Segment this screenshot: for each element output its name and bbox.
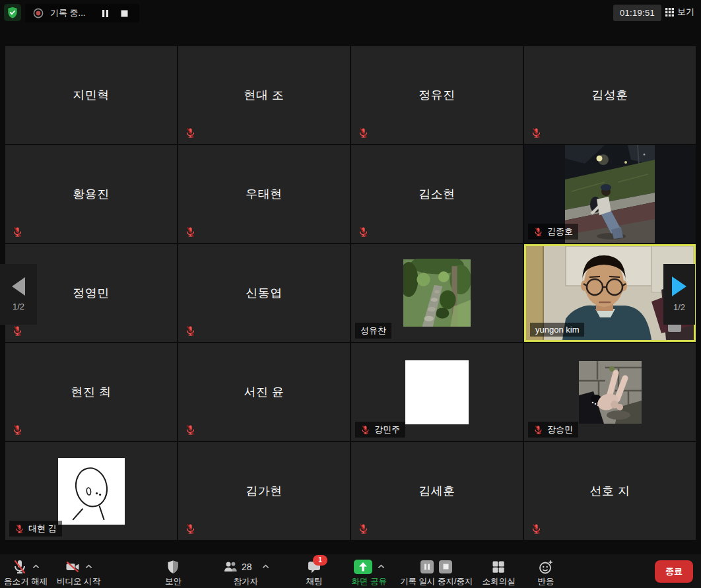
participant-tile[interactable]: 강민주 bbox=[351, 343, 523, 441]
muted-mic-icon bbox=[533, 425, 543, 435]
participant-nametag: 김종호 bbox=[528, 224, 578, 240]
unmute-button[interactable]: 음소거 해제 bbox=[4, 558, 48, 587]
participant-name: 신동엽 bbox=[178, 244, 350, 342]
muted-mic-icon bbox=[358, 523, 369, 535]
participant-tile[interactable]: 현대 조 bbox=[178, 46, 350, 144]
page-indicator: 1/2 bbox=[13, 302, 24, 311]
muted-mic-icon bbox=[185, 127, 196, 139]
security-button[interactable]: 보안 bbox=[165, 558, 182, 587]
meeting-timer: 01:19:51 bbox=[613, 5, 661, 21]
participant-nametag: 성유찬 bbox=[355, 323, 391, 339]
chevron-up-icon[interactable] bbox=[32, 564, 40, 569]
chevron-up-icon[interactable] bbox=[85, 564, 92, 569]
participant-tile[interactable]: 지민혁 bbox=[5, 46, 177, 144]
next-page-button[interactable]: 1/2 bbox=[663, 264, 695, 325]
reactions-label: 반응 bbox=[537, 576, 554, 587]
muted-mic-icon bbox=[12, 226, 23, 238]
grid-view-icon bbox=[665, 8, 674, 16]
participant-tile[interactable]: 정유진 bbox=[351, 46, 523, 144]
view-button-label: 보기 bbox=[677, 6, 694, 18]
meeting-info-shield-button[interactable] bbox=[4, 4, 21, 21]
end-meeting-button[interactable]: 종료 bbox=[655, 560, 693, 583]
muted-mic-icon bbox=[531, 127, 542, 139]
participant-tile[interactable]: 김세훈 bbox=[351, 442, 523, 540]
muted-mic-icon bbox=[12, 424, 23, 436]
muted-mic-icon bbox=[185, 523, 196, 535]
participant-avatar bbox=[405, 360, 469, 424]
participant-avatar bbox=[403, 259, 471, 327]
shield-icon bbox=[165, 559, 181, 575]
previous-page-button[interactable]: 1/2 bbox=[0, 264, 37, 325]
pause-icon bbox=[424, 564, 430, 570]
muted-mic-icon bbox=[533, 227, 543, 237]
muted-mic-icon bbox=[360, 425, 370, 435]
stop-recording-icon[interactable] bbox=[120, 9, 129, 18]
unmute-label: 음소거 해제 bbox=[4, 576, 48, 587]
pause-recording-icon[interactable] bbox=[101, 9, 110, 18]
participant-tile[interactable]: 신동엽 bbox=[178, 244, 350, 342]
muted-mic-icon bbox=[185, 325, 196, 337]
recording-dot-icon bbox=[33, 8, 44, 18]
recording-controls-label: 기록 일시 중지/중지 bbox=[400, 576, 473, 587]
participant-tile[interactable]: 김성훈 bbox=[524, 46, 696, 144]
next-arrow-icon bbox=[672, 277, 686, 296]
participant-tile[interactable]: 우태현 bbox=[178, 145, 350, 243]
participant-name: yungon kim bbox=[535, 325, 579, 335]
camera-off-icon bbox=[65, 559, 81, 575]
chat-button[interactable]: 1 채팅 bbox=[306, 558, 323, 587]
share-screen-icon bbox=[353, 559, 373, 575]
participant-name: 김성훈 bbox=[524, 46, 696, 144]
participant-tile[interactable]: 현진 최 bbox=[5, 343, 177, 441]
participant-tile[interactable]: 황용진 bbox=[5, 145, 177, 243]
participant-tile[interactable]: 김가현 bbox=[178, 442, 350, 540]
pause-recording-button[interactable] bbox=[420, 560, 434, 573]
participant-name: 현대 조 bbox=[178, 46, 350, 144]
recording-controls[interactable]: 기록 일시 중지/중지 bbox=[400, 558, 473, 587]
start-video-label: 비디오 시작 bbox=[57, 576, 100, 587]
video-grid: 지민혁 현대 조 정유진 김성훈 황용진 우태현 김소현 bbox=[5, 46, 696, 540]
recording-status-label: 기록 중... bbox=[50, 7, 85, 19]
participant-tile[interactable]: 김종호 bbox=[524, 145, 696, 243]
recording-indicator: 기록 중... bbox=[25, 4, 139, 22]
muted-mic-icon bbox=[185, 424, 196, 436]
reactions-button[interactable]: 반응 bbox=[537, 558, 554, 587]
meeting-toolbar: 음소거 해제 비디오 시작 보안 28 참가자 1 채팅 bbox=[0, 554, 701, 588]
page-indicator: 1/2 bbox=[673, 302, 685, 312]
security-label: 보안 bbox=[165, 576, 182, 587]
participant-name: 김종호 bbox=[547, 226, 573, 238]
stop-icon bbox=[443, 564, 449, 570]
participant-name: 강민주 bbox=[374, 424, 400, 436]
participant-name: 황용진 bbox=[5, 145, 177, 243]
start-video-button[interactable]: 비디오 시작 bbox=[57, 558, 100, 587]
share-screen-button[interactable]: 화면 공유 bbox=[352, 558, 387, 587]
participants-count: 28 bbox=[242, 562, 252, 572]
chevron-up-icon[interactable] bbox=[262, 564, 269, 569]
participant-tile[interactable]: 선호 지 bbox=[524, 442, 696, 540]
participant-tile[interactable]: 장승민 bbox=[524, 343, 696, 441]
participant-tile[interactable]: 대현 김 bbox=[5, 442, 177, 540]
participant-nametag: 강민주 bbox=[355, 422, 405, 438]
participant-tile[interactable]: 서진 윤 bbox=[178, 343, 350, 441]
participant-nametag: 대현 김 bbox=[9, 521, 62, 537]
participant-name: 정유진 bbox=[351, 46, 523, 144]
participant-tile[interactable]: 성유찬 bbox=[351, 244, 523, 342]
muted-mic-icon bbox=[15, 524, 24, 534]
top-bar: 기록 중... 01:19:51 보기 bbox=[0, 0, 701, 28]
participant-nametag: 장승민 bbox=[528, 422, 578, 438]
view-button[interactable]: 보기 bbox=[665, 6, 694, 18]
participants-button[interactable]: 28 참가자 bbox=[222, 558, 269, 587]
participant-nametag: yungon kim bbox=[530, 323, 584, 337]
participants-icon bbox=[222, 559, 238, 575]
participant-name: 장승민 bbox=[547, 424, 573, 436]
chevron-up-icon[interactable] bbox=[378, 564, 385, 569]
participant-video bbox=[565, 145, 655, 243]
previous-arrow-icon bbox=[12, 277, 25, 296]
participant-tile[interactable]: 김소현 bbox=[351, 145, 523, 243]
shield-check-icon bbox=[6, 6, 19, 19]
breakout-rooms-label: 소회의실 bbox=[482, 576, 515, 587]
participant-name: 우태현 bbox=[178, 145, 350, 243]
participant-name: 현진 최 bbox=[5, 343, 177, 441]
muted-mic-icon bbox=[12, 325, 23, 337]
stop-recording-button[interactable] bbox=[439, 560, 452, 573]
breakout-rooms-button[interactable]: 소회의실 bbox=[482, 558, 515, 587]
